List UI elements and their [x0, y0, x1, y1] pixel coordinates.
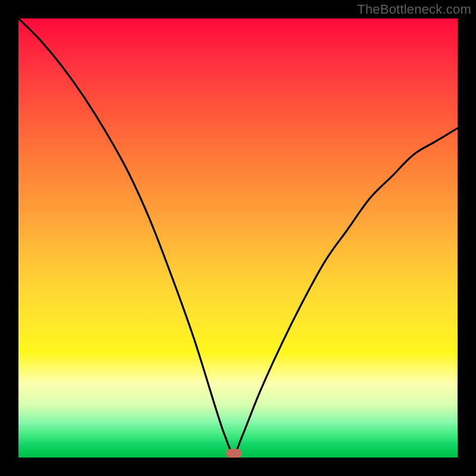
- watermark-text: TheBottleneck.com: [357, 2, 471, 17]
- optimum-marker: [226, 449, 242, 458]
- chart-frame: TheBottleneck.com: [0, 0, 476, 476]
- plot-area: [18, 18, 458, 458]
- bottleneck-curve: [18, 18, 458, 458]
